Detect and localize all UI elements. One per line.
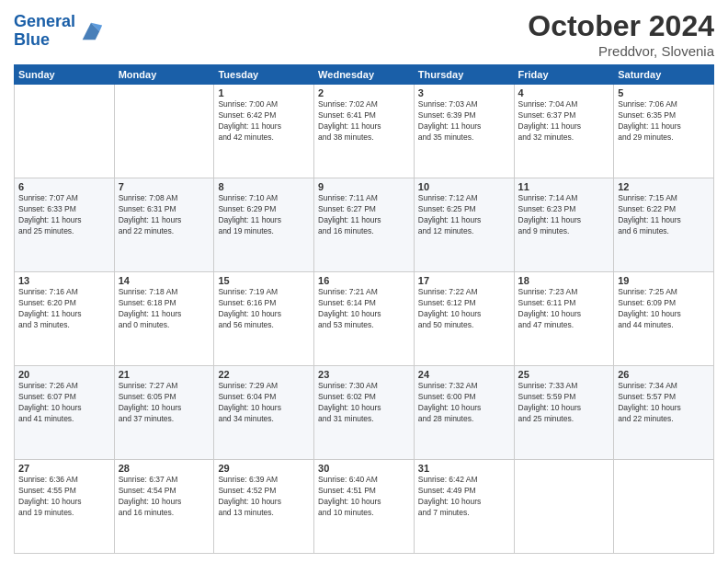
weekday-header: Friday [514,65,614,85]
day-number: 13 [18,275,110,286]
day-info: Sunrise: 7:33 AM Sunset: 5:59 PM Dayligh… [518,381,610,425]
day-number: 17 [418,275,510,286]
day-number: 30 [318,463,410,474]
calendar-cell: 1Sunrise: 7:00 AM Sunset: 6:42 PM Daylig… [214,85,314,178]
day-info: Sunrise: 7:03 AM Sunset: 6:39 PM Dayligh… [418,99,510,144]
logo: GeneralBlue [14,13,104,50]
day-info: Sunrise: 7:27 AM Sunset: 6:05 PM Dayligh… [119,381,210,425]
calendar-cell: 12Sunrise: 7:15 AM Sunset: 6:22 PM Dayli… [614,178,714,272]
calendar-cell: 26Sunrise: 7:34 AM Sunset: 5:57 PM Dayli… [614,366,714,460]
day-number: 24 [418,369,510,380]
calendar-cell: 27Sunrise: 6:36 AM Sunset: 4:55 PM Dayli… [15,460,115,554]
weekday-header: Tuesday [214,65,314,85]
day-number: 11 [518,181,610,192]
day-info: Sunrise: 7:18 AM Sunset: 6:18 PM Dayligh… [119,287,210,331]
day-info: Sunrise: 7:19 AM Sunset: 6:16 PM Dayligh… [218,287,310,331]
day-info: Sunrise: 7:32 AM Sunset: 6:00 PM Dayligh… [418,381,510,425]
calendar-cell: 22Sunrise: 7:29 AM Sunset: 6:04 PM Dayli… [214,366,314,460]
day-info: Sunrise: 7:15 AM Sunset: 6:22 PM Dayligh… [618,193,710,237]
day-number: 15 [218,275,310,286]
calendar-week-row: 20Sunrise: 7:26 AM Sunset: 6:07 PM Dayli… [15,366,714,460]
calendar-cell: 8Sunrise: 7:10 AM Sunset: 6:29 PM Daylig… [214,178,314,272]
weekday-header-row: SundayMondayTuesdayWednesdayThursdayFrid… [15,65,714,85]
day-info: Sunrise: 6:40 AM Sunset: 4:51 PM Dayligh… [318,475,410,519]
day-number: 14 [119,275,210,286]
day-info: Sunrise: 7:30 AM Sunset: 6:02 PM Dayligh… [318,381,410,425]
calendar-cell: 20Sunrise: 7:26 AM Sunset: 6:07 PM Dayli… [15,366,115,460]
calendar-cell: 24Sunrise: 7:32 AM Sunset: 6:00 PM Dayli… [414,366,514,460]
calendar-cell: 23Sunrise: 7:30 AM Sunset: 6:02 PM Dayli… [314,366,415,460]
month-title: October 2024 [528,9,714,43]
day-info: Sunrise: 6:37 AM Sunset: 4:54 PM Dayligh… [119,475,210,519]
calendar-cell: 28Sunrise: 6:37 AM Sunset: 4:54 PM Dayli… [114,460,214,554]
day-number: 28 [119,463,210,474]
calendar-cell: 11Sunrise: 7:14 AM Sunset: 6:23 PM Dayli… [514,178,614,272]
weekday-header: Monday [114,65,214,85]
day-number: 25 [518,369,610,380]
weekday-header: Saturday [614,65,714,85]
day-number: 21 [119,369,210,380]
day-info: Sunrise: 7:06 AM Sunset: 6:35 PM Dayligh… [618,99,710,144]
day-info: Sunrise: 7:26 AM Sunset: 6:07 PM Dayligh… [18,381,110,425]
day-info: Sunrise: 7:14 AM Sunset: 6:23 PM Dayligh… [518,193,610,237]
day-info: Sunrise: 7:22 AM Sunset: 6:12 PM Dayligh… [418,287,510,331]
calendar-cell: 21Sunrise: 7:27 AM Sunset: 6:05 PM Dayli… [114,366,214,460]
day-number: 23 [318,369,410,380]
day-info: Sunrise: 6:36 AM Sunset: 4:55 PM Dayligh… [18,475,110,519]
day-info: Sunrise: 7:00 AM Sunset: 6:42 PM Dayligh… [218,99,310,144]
calendar-cell [114,85,214,178]
calendar-cell [15,85,115,178]
page: GeneralBlue October 2024 Preddvor, Slove… [0,0,728,563]
calendar-cell: 7Sunrise: 7:08 AM Sunset: 6:31 PM Daylig… [114,178,214,272]
day-info: Sunrise: 7:02 AM Sunset: 6:41 PM Dayligh… [318,99,410,144]
day-info: Sunrise: 7:23 AM Sunset: 6:11 PM Dayligh… [518,287,610,331]
day-number: 18 [518,275,610,286]
calendar-cell: 5Sunrise: 7:06 AM Sunset: 6:35 PM Daylig… [614,85,714,178]
title-block: October 2024 Preddvor, Slovenia [528,9,714,59]
calendar-week-row: 1Sunrise: 7:00 AM Sunset: 6:42 PM Daylig… [15,85,714,178]
calendar-table: SundayMondayTuesdayWednesdayThursdayFrid… [14,64,714,554]
calendar-cell: 3Sunrise: 7:03 AM Sunset: 6:39 PM Daylig… [414,85,514,178]
day-number: 4 [518,87,610,98]
day-number: 27 [18,463,110,474]
day-info: Sunrise: 6:42 AM Sunset: 4:49 PM Dayligh… [418,475,510,519]
day-number: 31 [418,463,510,474]
day-info: Sunrise: 7:08 AM Sunset: 6:31 PM Dayligh… [119,193,210,237]
day-number: 3 [418,87,510,98]
calendar-cell: 14Sunrise: 7:18 AM Sunset: 6:18 PM Dayli… [114,272,214,366]
day-info: Sunrise: 7:10 AM Sunset: 6:29 PM Dayligh… [218,193,310,237]
calendar-cell: 31Sunrise: 6:42 AM Sunset: 4:49 PM Dayli… [414,460,514,554]
calendar-cell [614,460,714,554]
calendar-cell: 18Sunrise: 7:23 AM Sunset: 6:11 PM Dayli… [514,272,614,366]
day-info: Sunrise: 7:12 AM Sunset: 6:25 PM Dayligh… [418,193,510,237]
day-info: Sunrise: 7:25 AM Sunset: 6:09 PM Dayligh… [618,287,710,331]
calendar-cell: 17Sunrise: 7:22 AM Sunset: 6:12 PM Dayli… [414,272,514,366]
calendar-cell: 25Sunrise: 7:33 AM Sunset: 5:59 PM Dayli… [514,366,614,460]
day-number: 9 [318,181,410,192]
calendar-cell: 10Sunrise: 7:12 AM Sunset: 6:25 PM Dayli… [414,178,514,272]
calendar-cell: 30Sunrise: 6:40 AM Sunset: 4:51 PM Dayli… [314,460,415,554]
logo-text: GeneralBlue [14,13,75,50]
weekday-header: Thursday [414,65,514,85]
day-number: 12 [618,181,710,192]
day-number: 20 [18,369,110,380]
day-info: Sunrise: 7:16 AM Sunset: 6:20 PM Dayligh… [18,287,110,331]
calendar-week-row: 13Sunrise: 7:16 AM Sunset: 6:20 PM Dayli… [15,272,714,366]
calendar-cell: 29Sunrise: 6:39 AM Sunset: 4:52 PM Dayli… [214,460,314,554]
day-number: 7 [119,181,210,192]
day-info: Sunrise: 7:04 AM Sunset: 6:37 PM Dayligh… [518,99,610,144]
calendar-cell: 15Sunrise: 7:19 AM Sunset: 6:16 PM Dayli… [214,272,314,366]
day-number: 1 [218,87,310,98]
day-info: Sunrise: 7:34 AM Sunset: 5:57 PM Dayligh… [618,381,710,425]
weekday-header: Wednesday [314,65,415,85]
calendar-week-row: 27Sunrise: 6:36 AM Sunset: 4:55 PM Dayli… [15,460,714,554]
calendar-cell: 6Sunrise: 7:07 AM Sunset: 6:33 PM Daylig… [15,178,115,272]
day-number: 22 [218,369,310,380]
day-info: Sunrise: 7:07 AM Sunset: 6:33 PM Dayligh… [18,193,110,237]
calendar-cell: 19Sunrise: 7:25 AM Sunset: 6:09 PM Dayli… [614,272,714,366]
day-number: 8 [218,181,310,192]
logo-icon [78,18,104,44]
calendar-cell: 2Sunrise: 7:02 AM Sunset: 6:41 PM Daylig… [314,85,415,178]
day-number: 26 [618,369,710,380]
day-number: 6 [18,181,110,192]
